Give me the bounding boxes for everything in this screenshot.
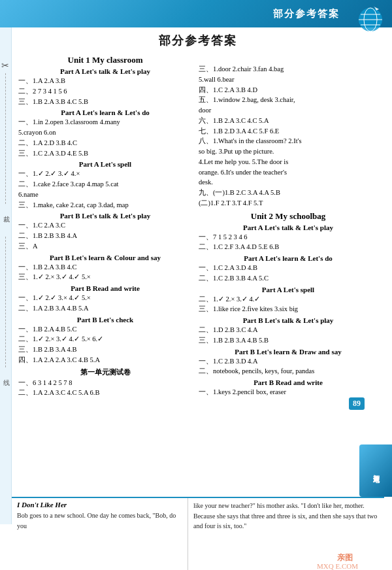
u2-partB-draw-label: Part B Let's learn & Draw and say [197, 348, 379, 356]
r-sec6-line2: (二)1.F 2.T 3.T 4.F 5.T [199, 198, 379, 209]
partB-check-line4: 四、1.A 2.A 2.A 3.C 4.B 5.A [18, 355, 193, 365]
top-banner: 部分参考答案 [0, 0, 392, 27]
story-left-text: Bob goes to a new school. One day he com… [17, 511, 182, 531]
page-number: 89 [349, 397, 365, 410]
r-sec3-line1: 五、1.window 2.bag, desk 3.chair, [199, 95, 379, 105]
u2-partA-spell-line1: 二、1.✓ 2.× 3.✓ 4.✓ [199, 294, 379, 305]
partA-spell-line1: 一、1.✓ 2.✓ 3.✓ 4.× [18, 169, 193, 179]
u2-partA-learn-line2: 二、1.C 2.B 3.B 4.A 5.C [199, 273, 379, 284]
partB-check-label: Part B Let's check [17, 316, 193, 324]
test-label: 第一单元测试卷 [17, 367, 193, 377]
r-sec4-line2: 七、1.B 2.D 3.A 4.C 5.F 6.E [199, 126, 379, 137]
u2-partB-read-line1: 一、1.keys 2.pencil box, eraser [199, 387, 379, 397]
partA-talk-label: Part A Let's talk & Let's play [17, 67, 193, 75]
partA-spell-line2: 二、1.cake 2.face 3.cap 4.map 5.cat [18, 179, 193, 190]
unit1-title: Unit 1 My classroom [17, 55, 193, 65]
story-left: I Don't Like Her Bob goes to a new schoo… [12, 498, 188, 570]
r-sec5-line1: 八、1.What's in the classroom? 2.It's [199, 136, 379, 146]
r-sec1-line2: 5.wall 6.bear [199, 75, 379, 85]
page-title: 部分参考答案 [17, 33, 379, 48]
r-sec5-line4: orange. 6.It's under the teacher's [199, 167, 379, 178]
partB-learn-label: Part B Let's learn & Colour and say [17, 254, 193, 261]
story-title: I Don't Like Her [17, 501, 182, 509]
u2-partB-draw-line1: 一、1.C 2.B 3.D 4.A [199, 356, 379, 367]
u2-partB-talk-line1: 二、1.D 2.B 3.C 4.A [199, 325, 379, 335]
u2-partB-talk-label: Part B Let's talk & Let's play [197, 316, 379, 324]
partB-read-label: Part B Read and write [17, 284, 193, 292]
r-sec2-line1: 四、1.C 2.A 3.B 4.D [199, 85, 379, 95]
r-sec5-line3: 4.Let me help you. 5.The door is [199, 157, 379, 167]
two-column-layout: Unit 1 My classroom Part A Let's talk & … [17, 52, 379, 398]
partA-talk-line1: 一、1.A 2.A 3.B [18, 76, 193, 86]
partA-talk-line3: 三、1.B 2.A 3.B 4.C 5.B [18, 97, 193, 107]
story-right-text: like your new teacher?" his mother asks.… [193, 501, 379, 531]
partA-talk-line2: 二、2 7 3 4 1 5 6 [18, 86, 193, 97]
partA-learn-line4: 三、1.C 2.A 3.D 4.E 5.B [18, 148, 193, 159]
partB-check-line1: 一、1.B 2.A 4.B 5.C [18, 324, 193, 335]
left-column: Unit 1 My classroom Part A Let's talk & … [17, 52, 193, 398]
right-deco-box: 智趣天地 [359, 444, 392, 497]
partB-talk-label: Part B Let's talk & Let's play [17, 212, 193, 220]
u2-partA-spell-label: Part A Let's spell [197, 286, 379, 293]
banner-title: 部分参考答案 [273, 8, 340, 20]
deco-text: 智趣天地 [371, 469, 380, 472]
bottom-story-section: I Don't Like Her Bob goes to a new schoo… [12, 497, 384, 570]
unit2-title: Unit 2 My schoolbag [197, 211, 379, 222]
r-sec3-line2: door [199, 105, 379, 116]
u2-partA-learn-line1: 一、1.C 2.A 3.D 4.B [199, 263, 379, 273]
scissors-icon: ✂ [1, 60, 9, 71]
r-sec5-line5: desk. [199, 177, 379, 188]
r-sec1-line1: 三、1.door 2.chair 3.fan 4.bag [199, 64, 379, 75]
partB-read-line1: 一、1.✓ 2.✓ 3.× 4.✓ 5.× [18, 293, 193, 303]
partA-learn-label: Part A Let's learn & Let's do [17, 109, 193, 116]
u2-partA-talk-label: Part A Let's talk & Let's play [197, 224, 379, 231]
cut-line [5, 73, 6, 204]
u2-partA-talk-line1: 一、7 1 5 2 3 4 6 [199, 232, 379, 243]
story-right: like your new teacher?" his mother asks.… [188, 498, 384, 570]
u2-partB-read-label: Part B Read and write [197, 378, 379, 386]
partA-spell-line3: 6.name [18, 190, 193, 200]
left-decoration: ✂ 裁 线 [0, 27, 12, 524]
r-sec4-line1: 六、1.B 2.A 3.C 4.C 5.A [199, 116, 379, 126]
cut-line-2 [5, 237, 6, 367]
partB-talk-line2: 二、1.B 2.B 3.B 4.A [18, 231, 193, 241]
r-sec5-line2: so big. 3.Put up the picture. [199, 146, 379, 157]
u2-partA-learn-label: Part A Let's learn & Let's do [197, 254, 379, 262]
partA-spell-line4: 三、1.make, cake 2.cat, cap 3.dad, map [18, 200, 193, 210]
partB-talk-line3: 三、A [18, 241, 193, 252]
partA-learn-line3: 二、1.A 2.D 3.B 4.C [18, 138, 193, 148]
main-content: 部分参考答案 Unit 1 My classroom Part A Let's … [12, 27, 384, 524]
partB-check-line3: 三、1.B 2.B 3.A 4.B [18, 344, 193, 355]
partA-learn-line1: 一、1.in 2.open 3.classroom 4.many [18, 117, 193, 127]
partB-learn-line2: 三、1.✓ 2.× 3.✓ 4.✓ 5.× [18, 272, 193, 282]
right-column: 三、1.door 2.chair 3.fan 4.bag 5.wall 6.be… [197, 52, 379, 398]
partB-talk-line1: 一、1.C 2.A 3.C [18, 220, 193, 231]
r-sec6-line1: 九、(一)1.B 2.C 3.A 4.A 5.B [199, 188, 379, 198]
u2-partB-draw-line2: 二、notebook, pencils, keys, four, pandas [199, 366, 379, 377]
watermark2: MXQ E.COM [317, 562, 358, 570]
u2-partB-talk-line2: 三、1.B 2.B 3.A 4.B 5.B [199, 335, 379, 346]
partA-learn-line2: 5.crayon 6.on [18, 127, 193, 138]
u2-partA-talk-line2: 二、1.C 2.F 3.A 4.D 5.E 6.B [199, 242, 379, 252]
partA-spell-label: Part A Let's spell [17, 160, 193, 168]
partB-read-line2: 二、1.A 2.B 3.A 4.B 5.A [18, 303, 193, 314]
partB-learn-line1: 一、1.B 2.A 3.B 4.C [18, 262, 193, 273]
partB-check-line2: 二、1.✓ 2.× 3.✓ 4.✓ 5.× 6.✓ [18, 334, 193, 344]
test-line2: 二、1.A 2.A 3.C 4.C 5.A 6.B [18, 388, 193, 398]
test-line1: 一、6 3 1 4 2 5 7 8 [18, 378, 193, 388]
u2-partA-spell-line2: 三、1.like rice 2.five kites 3.six big [199, 304, 379, 314]
